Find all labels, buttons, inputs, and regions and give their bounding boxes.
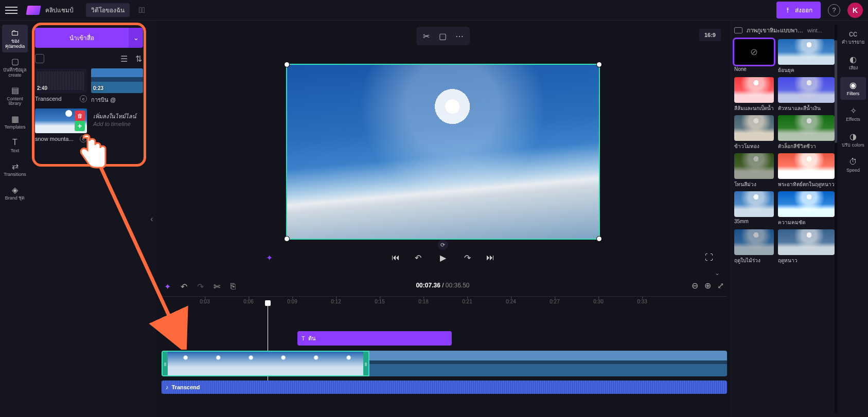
ruler-tick: 0:30 (593, 299, 603, 304)
forward-icon[interactable]: ↷ (462, 252, 473, 263)
redo-icon[interactable]: ↷ (196, 282, 205, 291)
speaker-icon: ◐ (847, 55, 859, 65)
collapse-preview-icon[interactable]: ⌄ (715, 269, 720, 277)
collapse-panel-button[interactable]: ‹ (148, 21, 155, 417)
rail-audio[interactable]: ◐เสียง (840, 51, 866, 74)
rewind-icon[interactable]: ↶ (413, 252, 424, 263)
rail-media[interactable]: 🗀ของคุณmedia (2, 25, 28, 52)
rail-record[interactable]: ▢บันทึกข้อมูล create (2, 53, 28, 81)
clipboard-icon[interactable]: ⎘ (228, 282, 238, 291)
app-logo-icon[interactable] (26, 6, 41, 15)
library-icon: ▤ (9, 85, 21, 96)
crop-icon[interactable]: ✂ (419, 30, 434, 42)
timecode: 00:07.36 / 00:36.50 (416, 282, 469, 289)
filter-พระอาทิตย์ตกในฤดูหนาว[interactable]: พระอาทิตย์ตกในฤดูหนาว (778, 153, 835, 188)
rail-speed[interactable]: ⏱Speed (840, 154, 866, 176)
rail-content-library[interactable]: ▤Content library (2, 82, 28, 110)
camera-icon: ▢ (9, 57, 21, 67)
rail-filters[interactable]: ◉Filters (840, 77, 866, 100)
undo-icon[interactable]: ↶ (179, 282, 188, 291)
import-media-button[interactable]: นำเข้าสื่อ (35, 28, 129, 48)
sort-icon[interactable]: ⇅ (134, 54, 143, 63)
ai-sparkle-icon[interactable]: ✦ (163, 282, 172, 291)
select-all-checkbox[interactable] (35, 54, 44, 63)
filter-ความคมชัด[interactable]: ความคมชัด (778, 191, 835, 226)
media-item-video-flight[interactable]: 0:23 การบิน @ (91, 68, 143, 104)
rail-captions[interactable]: ccคำ บรรยาย (840, 26, 866, 48)
fullscreen-icon[interactable]: ⛶ (703, 252, 715, 263)
resize-handle[interactable] (597, 237, 601, 241)
export-label: ส่งออก (795, 5, 812, 15)
skip-start-icon[interactable]: ⏮ (390, 252, 401, 263)
ruler-tick: 0:09 (287, 299, 297, 304)
video-clip-2[interactable] (369, 351, 727, 376)
upload-icon: ⭱ (785, 7, 791, 14)
add-to-timeline-icon[interactable]: + (75, 121, 85, 131)
clip-handle-left[interactable]: || (163, 352, 168, 375)
help-icon[interactable]: ? (828, 4, 840, 16)
center-area: ✂ ▢ ⋯ 16:9 ⟳ ✦ ⏮ ↶ ▶ ↷ ⏭ ⛶ ⌄ (155, 21, 730, 417)
timeline-area: ✦ ↶ ↷ ✄ ⎘ 00:07.36 / 00:36.50 ⊖ ⊕ ⤢ 0:03… (155, 278, 730, 417)
menu-icon[interactable] (5, 4, 17, 16)
left-rail: 🗀ของคุณmedia ▢บันทึกข้อมูล create ▤Conte… (0, 21, 30, 417)
fit-timeline-icon[interactable]: ⤢ (717, 281, 724, 291)
captions-icon: cc (847, 29, 859, 39)
filter-ตัวหนาและสีน้ำเงิน[interactable]: ตัวหนาและสีน้ำเงิน (778, 77, 835, 112)
rail-text[interactable]: TText (2, 134, 28, 157)
rail-adjust-colors[interactable]: ◑ปรับ colors (840, 129, 866, 151)
filter-ข้าวโมทอง[interactable]: ข้าวโมทอง (734, 115, 774, 150)
media-item-audio[interactable]: 2:49 Transcendc (35, 68, 87, 104)
rotate-handle[interactable]: ⟳ (438, 240, 448, 250)
filter-โทนสีม่วง[interactable]: โทนสีม่วง (734, 153, 774, 188)
preview-canvas[interactable]: ⟳ (286, 64, 600, 240)
export-button[interactable]: ⭱ ส่งออก (776, 2, 821, 19)
tab-my-videos[interactable]: วิดีโอของฉัน (86, 3, 130, 17)
avatar[interactable]: K (847, 3, 863, 18)
rail-transitions[interactable]: ⇄Transitions (2, 158, 28, 180)
import-media-dropdown[interactable]: ⌄ (129, 28, 143, 48)
filter-35mm[interactable]: 35mm (734, 191, 774, 226)
filter-ตัวล็อกสีชีวิตชีวา[interactable]: ตัวล็อกสีชีวิตชีวา (778, 115, 835, 150)
cloud-disabled-icon[interactable]: ☁⃠ (139, 6, 145, 15)
rail-templates[interactable]: ▦Templates (2, 111, 28, 133)
keyframe-icon[interactable]: ✦ (263, 252, 275, 263)
video-track[interactable]: || || (162, 351, 727, 376)
timeline-ruler[interactable]: 0:030:060:090:120:150:180:210:240:270:30… (158, 296, 727, 312)
right-rail: ccคำ บรรยาย ◐เสียง ◉Filters ✧Effects ◑ปร… (838, 21, 868, 417)
clip-handle-right[interactable]: || (363, 352, 368, 375)
ruler-tick: 0:21 (462, 299, 472, 304)
project-name[interactable]: คลิปแชมป์ (45, 5, 74, 15)
video-clip-selected[interactable]: || || (162, 351, 369, 376)
more-icon[interactable]: ⋯ (452, 30, 467, 42)
resize-handle[interactable] (285, 237, 289, 241)
filter-ย้อนยุค[interactable]: ย้อนยุค (778, 39, 835, 74)
brand-icon: ◈ (9, 185, 21, 195)
resize-handle[interactable] (285, 62, 289, 67)
filter-None[interactable]: ⊘None (734, 39, 774, 74)
filter-ฤดูใบไม้ร่วง[interactable]: ฤดูใบไม้ร่วง (734, 229, 774, 264)
zoom-in-icon[interactable]: ⊕ (704, 281, 711, 291)
transitions-icon: ⇄ (9, 161, 21, 171)
zoom-out-icon[interactable]: ⊖ (692, 281, 698, 291)
filter-icon[interactable]: ☰ (119, 54, 129, 63)
media-item-snow-mountain[interactable]: 🗑 + snow mounta...c (35, 108, 87, 142)
split-icon[interactable]: ✄ (212, 282, 221, 291)
playback-controls: ✦ ⏮ ↶ ▶ ↷ ⏭ ⛶ (155, 250, 730, 265)
filter-สีส้มและนกเป็ดน้ำ[interactable]: สีส้มและนกเป็ดน้ำ (734, 77, 774, 112)
delete-icon[interactable]: 🗑 (75, 111, 85, 121)
fit-icon[interactable]: ▢ (436, 30, 450, 42)
text-clip[interactable]: T ต้น (297, 331, 452, 346)
filter-ฤดูหนาว[interactable]: ฤดูหนาว (778, 229, 835, 264)
audio-clip[interactable]: ♪ Transcend (162, 380, 727, 394)
skip-end-icon[interactable]: ⏭ (485, 252, 496, 263)
play-button[interactable]: ▶ (435, 250, 451, 265)
aspect-ratio-button[interactable]: 16:9 (699, 29, 721, 41)
panel-scrollbar[interactable] (835, 25, 837, 413)
rail-effects[interactable]: ✧Effects (840, 103, 866, 125)
breadcrumb[interactable]: ภาพภูเขาหิมะแบบพาโนรามา wint... (734, 26, 834, 35)
chevron-down-icon: ⌄ (133, 34, 139, 42)
resize-handle[interactable] (597, 62, 601, 67)
ruler-tick: 0:33 (637, 299, 647, 304)
rail-brand[interactable]: ◈Brand ชุด (2, 182, 28, 204)
cc-icon: c (80, 95, 87, 102)
